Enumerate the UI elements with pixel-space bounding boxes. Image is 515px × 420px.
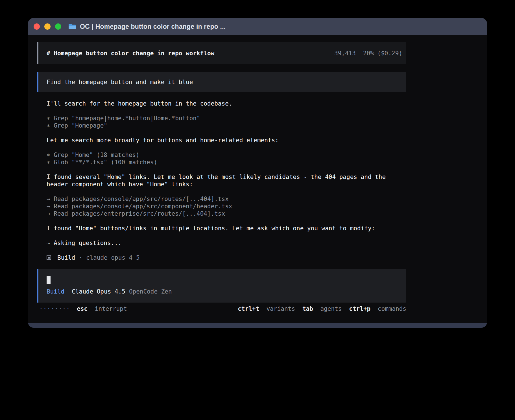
statusbar-right: ctrl+t variants tab agents ctrl+p comman… <box>238 305 406 312</box>
tool-call-group: ∗ Grep "Home" (18 matches)∗ Glob "**/*.t… <box>37 151 406 166</box>
tool-call-group: → Read packages/console/app/src/routes/[… <box>37 195 406 217</box>
input-model-label[interactable]: Claude Opus 4.5 <box>72 288 125 295</box>
tool-call: → Read packages/console/app/src/componen… <box>47 203 406 210</box>
hint-commands: ctrl+p commands <box>349 305 406 312</box>
session-title: # Homepage button color change in repo w… <box>47 50 214 57</box>
hint-interrupt: esc interrupt <box>77 305 127 312</box>
input-line[interactable] <box>47 276 402 284</box>
text-cursor <box>47 276 51 284</box>
tool-call: ∗ Grep "Homepage" <box>47 122 406 129</box>
assistant-text: ~ Asking questions... <box>37 239 406 247</box>
agent-name: Build <box>57 254 75 261</box>
assistant-text: I'll search for the homepage button in t… <box>37 100 406 107</box>
token-count: 39,413 <box>334 50 356 57</box>
assistant-text: I found several "Home" links. Let me loo… <box>37 173 406 188</box>
model-name: claude-opus-4-5 <box>86 254 140 261</box>
tool-call: ∗ Glob "**/*.tsx" (100 matches) <box>47 159 406 166</box>
window-title: OC | Homepage button color change in rep… <box>80 23 226 30</box>
folder-icon <box>68 23 77 30</box>
statusbar: ········ esc interrupt ctrl+t variants t… <box>37 305 406 312</box>
user-message-text: Find the homepage button and make it blu… <box>47 79 193 86</box>
input-agent-label[interactable]: Build <box>47 288 64 295</box>
agent-status: Build · claude-opus-4-5 <box>37 254 406 261</box>
terminal-window: OC | Homepage button color change in rep… <box>28 18 487 328</box>
session-meta: 39,413 20% ($0.29) <box>334 50 402 57</box>
assistant-text: Let me search more broadly for buttons a… <box>37 137 406 144</box>
context-usage: 20% ($0.29) <box>363 50 402 57</box>
key-ctrl-t: ctrl+t <box>238 305 259 312</box>
status-separator: · <box>79 254 82 261</box>
spinner-dots: ········ <box>39 305 70 312</box>
key-tab: tab <box>302 305 313 312</box>
input-provider-label: OpenCode Zen <box>129 288 172 295</box>
minimize-button[interactable] <box>44 23 51 30</box>
key-esc: esc <box>77 305 88 312</box>
tool-call: → Read packages/enterprise/src/routes/[.… <box>47 210 406 217</box>
titlebar[interactable]: OC | Homepage button color change in rep… <box>28 18 487 35</box>
traffic-lights <box>34 23 61 30</box>
transcript: I'll search for the homepage button in t… <box>37 100 406 254</box>
input-meta: Build Claude Opus 4.5 OpenCode Zen <box>47 288 402 295</box>
agent-mode-icon <box>47 255 51 260</box>
tool-call-group: ∗ Grep "homepage|home.*button|Home.*butt… <box>37 115 406 129</box>
terminal-content: # Homepage button color change in repo w… <box>28 35 487 323</box>
tool-call: → Read packages/console/app/src/routes/[… <box>47 195 406 203</box>
session-header: # Homepage button color change in repo w… <box>37 42 406 64</box>
tool-call: ∗ Grep "homepage|home.*button|Home.*butt… <box>47 115 406 122</box>
assistant-text: I found "Home" buttons/links in multiple… <box>37 225 406 232</box>
prompt-input[interactable]: Build Claude Opus 4.5 OpenCode Zen <box>37 269 406 303</box>
statusbar-left: ········ esc interrupt <box>39 305 127 312</box>
hint-agents: tab agents <box>302 305 342 312</box>
zoom-button[interactable] <box>55 23 61 30</box>
hint-variants: ctrl+t variants <box>238 305 295 312</box>
close-button[interactable] <box>34 23 40 30</box>
tool-call: ∗ Grep "Home" (18 matches) <box>47 151 406 159</box>
user-message: Find the homepage button and make it blu… <box>37 72 406 92</box>
key-ctrl-p: ctrl+p <box>349 305 370 312</box>
